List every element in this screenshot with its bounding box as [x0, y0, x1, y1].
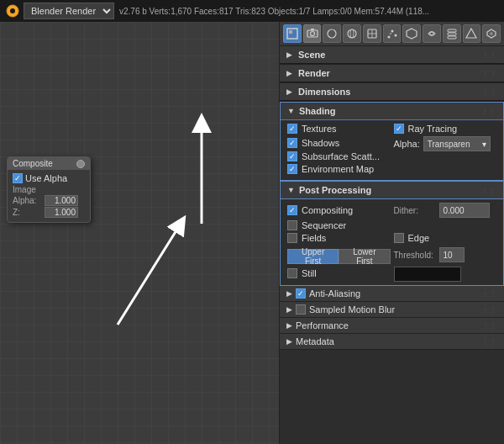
toolbar-icon-scene[interactable] — [463, 24, 481, 43]
node-image-row: Image — [13, 185, 85, 194]
svg-rect-22 — [448, 29, 456, 32]
node-alpha-field[interactable]: 1.000 — [45, 195, 78, 206]
icon-toolbar — [280, 22, 504, 46]
svg-point-12 — [348, 29, 356, 38]
dimensions-arrow-icon: ▶ — [286, 87, 295, 96]
scene-section-header[interactable]: ▶ Scene ⋮⋮ — [280, 46, 504, 64]
edge-label: Edge — [408, 233, 430, 243]
toolbar-icon-world2[interactable] — [482, 24, 501, 43]
performance-row[interactable]: ▶ Performance ⋮⋮ — [280, 318, 504, 334]
motion-blur-drag-handle: ⋮⋮ — [482, 306, 497, 314]
svg-point-20 — [390, 33, 391, 34]
shadows-checkbox[interactable] — [287, 138, 297, 148]
shading-arrow-icon: ▼ — [287, 107, 296, 115]
fields-checkbox[interactable] — [287, 233, 297, 243]
engine-select[interactable]: Blender Render — [24, 3, 114, 19]
textures-checkbox[interactable] — [287, 124, 297, 134]
still-checkbox[interactable] — [287, 268, 297, 278]
ray-tracing-row: Ray Tracing — [394, 124, 497, 134]
node-use-alpha-checkbox[interactable] — [13, 173, 23, 183]
metadata-arrow-icon: ▶ — [286, 337, 292, 346]
toolbar-icon-material[interactable] — [323, 24, 341, 43]
right-panel: ▶ Scene ⋮⋮ ▶ Render ⋮⋮ ▶ Dimensions ⋮⋮ — [279, 22, 504, 444]
fields-edge-row: Fields Edge — [287, 233, 496, 246]
dimensions-section-title: Dimensions — [298, 87, 350, 97]
anti-aliasing-row[interactable]: ▶ Anti-Aliasing ⋮⋮ — [280, 286, 504, 302]
svg-point-18 — [391, 30, 393, 33]
composite-node: Composite Use Alpha Image Alpha: 1.000 Z… — [7, 156, 91, 223]
scene-arrow-icon: ▶ — [286, 50, 295, 59]
toolbar-icon-object[interactable] — [363, 24, 381, 43]
toolbar-icon-render[interactable] — [283, 24, 302, 43]
arrow2 — [151, 106, 252, 240]
alpha-dropdown[interactable]: Transparen ▾ — [423, 136, 491, 151]
toolbar-icon-world[interactable] — [343, 24, 361, 43]
shading-drag-handle: ⋮⋮ — [481, 108, 496, 115]
arrow1 — [50, 207, 218, 341]
viewport: Composite Use Alpha Image Alpha: 1.000 Z… — [0, 22, 279, 444]
edge-checkbox[interactable] — [394, 233, 404, 243]
alpha-field-label: Alpha: — [394, 139, 420, 149]
dither-label: Dither: — [394, 206, 436, 215]
shading-section-title: Shading — [299, 106, 335, 116]
threshold-value: 10 — [444, 251, 453, 260]
metadata-label: Metadata — [296, 336, 334, 346]
node-z-row: Z: 1.000 — [13, 207, 85, 218]
svg-rect-10 — [311, 29, 314, 30]
textures-row: Textures — [287, 124, 391, 134]
svg-rect-7 — [289, 30, 292, 34]
node-z-field[interactable]: 1.000 — [45, 207, 78, 218]
svg-line-3 — [118, 224, 181, 325]
node-use-alpha-label: Use Alpha — [25, 173, 67, 183]
scene-section-title: Scene — [298, 50, 325, 60]
node-header: Composite — [8, 157, 90, 170]
alpha-dropdown-arrow-icon: ▾ — [482, 140, 486, 149]
compositing-checkbox[interactable] — [287, 205, 297, 215]
metadata-drag-handle: ⋮⋮ — [482, 338, 497, 346]
svg-rect-23 — [448, 33, 456, 35]
node-z-field-label: Z: — [13, 208, 42, 217]
dither-field[interactable]: 0.000 — [439, 203, 490, 218]
node-alpha-row: Alpha: 1.000 — [13, 195, 85, 206]
toolbar-icon-data[interactable] — [443, 24, 461, 43]
ray-tracing-label: Ray Tracing — [408, 124, 458, 134]
toolbar-icon-particles[interactable] — [383, 24, 402, 43]
toolbar-icon-camera[interactable] — [303, 24, 322, 43]
threshold-field[interactable]: 10 — [439, 247, 465, 262]
subsurface-label: Subsurface Scatt... — [302, 151, 380, 161]
scene-section: ▶ Scene ⋮⋮ — [280, 46, 504, 65]
post-processing-arrow-icon: ▼ — [287, 186, 296, 194]
dimensions-section-header[interactable]: ▶ Dimensions ⋮⋮ — [280, 83, 504, 101]
shadows-row: Shadows — [287, 138, 391, 148]
svg-point-9 — [310, 32, 314, 36]
still-row: Still — [287, 268, 391, 278]
node-title: Composite — [13, 159, 53, 168]
toolbar-icon-physics[interactable] — [402, 24, 421, 43]
performance-drag-handle: ⋮⋮ — [482, 322, 497, 330]
sequencer-checkbox[interactable] — [287, 220, 297, 230]
shading-section-header[interactable]: ▼ Shading ⋮⋮ — [281, 103, 503, 120]
environment-row: Environment Map — [287, 164, 496, 174]
anti-aliasing-checkbox[interactable] — [296, 288, 306, 299]
environment-checkbox[interactable] — [287, 164, 297, 174]
motion-blur-arrow-icon: ▶ — [286, 305, 292, 314]
textures-label: Textures — [302, 124, 337, 134]
motion-blur-checkbox[interactable] — [296, 304, 306, 314]
render-section-header[interactable]: ▶ Render ⋮⋮ — [280, 65, 504, 82]
performance-arrow-icon: ▶ — [286, 321, 292, 330]
lower-first-button[interactable]: Lower First — [339, 249, 390, 264]
dither-row: Dither: 0.000 — [394, 203, 497, 218]
ray-tracing-checkbox[interactable] — [394, 124, 404, 134]
edge-row: Edge — [394, 233, 497, 243]
motion-blur-row[interactable]: ▶ Sampled Motion Blur ⋮⋮ — [280, 302, 504, 318]
anti-aliasing-label: Anti-Aliasing — [309, 288, 360, 299]
subsurface-checkbox[interactable] — [287, 151, 297, 161]
metadata-row[interactable]: ▶ Metadata ⋮⋮ — [280, 334, 504, 350]
toolbar-icon-constraints[interactable] — [423, 24, 441, 43]
node-dot — [76, 160, 85, 168]
post-processing-section-header[interactable]: ▼ Post Processing ⋮⋮ — [281, 181, 503, 199]
svg-point-17 — [387, 36, 390, 39]
edge-color-field[interactable] — [394, 267, 461, 282]
node-image-label: Image — [13, 185, 42, 194]
upper-first-button[interactable]: Upper First — [287, 249, 339, 264]
